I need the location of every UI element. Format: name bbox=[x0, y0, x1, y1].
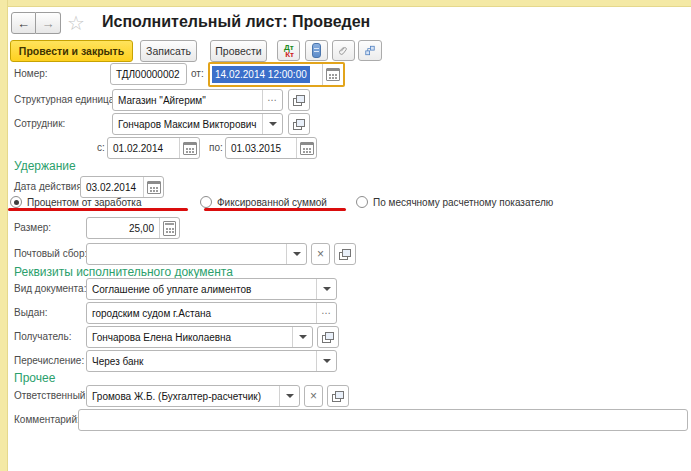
doc-kind-field[interactable]: Соглашение об уплате алиментов bbox=[86, 278, 337, 300]
executive-list-form: ← → ☆ Исполнительный лист: Проведен Пров… bbox=[0, 0, 691, 471]
postal-fee-dropdown-button[interactable] bbox=[286, 244, 306, 264]
recipient-label: Получатель: bbox=[14, 331, 71, 342]
open-icon bbox=[293, 95, 305, 106]
responsible-label: Ответственный: bbox=[14, 390, 88, 401]
action-date-value: 03.02.2014 bbox=[81, 177, 143, 197]
period-from-label: с: bbox=[97, 142, 105, 153]
calendar-icon bbox=[147, 181, 161, 194]
doc-kind-dropdown-button[interactable] bbox=[316, 279, 336, 299]
favorite-star-icon[interactable]: ☆ bbox=[67, 11, 85, 35]
radio-dot[interactable] bbox=[10, 196, 22, 208]
amount-field[interactable]: 25,00 bbox=[86, 217, 180, 239]
radio-dot[interactable] bbox=[200, 196, 212, 208]
radio-fixed-amount[interactable]: Фиксированной суммой bbox=[200, 196, 327, 208]
action-date-calendar-button[interactable] bbox=[143, 177, 163, 197]
chevron-down-icon bbox=[286, 394, 294, 398]
attachments-button[interactable] bbox=[332, 40, 355, 61]
open-icon bbox=[332, 391, 344, 402]
annotation-underline-2 bbox=[204, 208, 346, 211]
post-button[interactable]: Провести bbox=[210, 40, 267, 62]
document-date-field[interactable]: 14.02.2014 12:00:00 bbox=[208, 62, 345, 87]
comment-label: Комментарий: bbox=[14, 414, 80, 425]
forward-button[interactable]: → bbox=[36, 12, 61, 34]
date-label: от: bbox=[191, 68, 204, 79]
responsible-open-button[interactable] bbox=[327, 385, 349, 407]
radio-monthly-index[interactable]: По месячному расчетному показателю bbox=[356, 196, 553, 208]
back-arrow-icon: ← bbox=[17, 16, 30, 31]
employee-label: Сотрудник: bbox=[14, 118, 65, 129]
debit-credit-icon: ДтКт bbox=[284, 44, 293, 58]
document-date-value: 14.02.2014 12:00:00 bbox=[212, 66, 310, 83]
employee-dropdown-button[interactable] bbox=[262, 114, 282, 134]
history-nav: ← → bbox=[11, 12, 61, 34]
comment-value bbox=[79, 410, 687, 430]
window-top-border bbox=[0, 0, 691, 7]
issued-by-select-button[interactable]: … bbox=[316, 303, 336, 323]
calculator-icon bbox=[163, 221, 176, 236]
postal-fee-field[interactable] bbox=[86, 243, 307, 265]
issued-by-field[interactable]: городским судом г.Астана … bbox=[86, 302, 337, 324]
recipient-open-button[interactable] bbox=[317, 326, 339, 348]
period-from-field[interactable]: 01.02.2014 bbox=[107, 137, 200, 159]
action-date-field[interactable]: 03.02.2014 bbox=[80, 176, 164, 198]
calendar-icon bbox=[300, 142, 314, 155]
post-and-close-button[interactable]: Провести и закрыть bbox=[10, 40, 133, 62]
show-postings-button[interactable]: ДтКт bbox=[277, 40, 300, 61]
calendar-icon bbox=[326, 68, 340, 81]
number-label: Номер: bbox=[14, 68, 48, 79]
employee-open-button[interactable] bbox=[288, 113, 310, 135]
radio-percent-of-earnings[interactable]: Процентом от заработка bbox=[10, 196, 141, 208]
unit-select-button[interactable]: … bbox=[262, 90, 282, 110]
calendar-icon bbox=[183, 142, 197, 155]
postal-fee-label: Почтовый сбор: bbox=[14, 248, 87, 259]
window-left-border bbox=[0, 0, 8, 471]
action-date-label: Дата действия: bbox=[14, 181, 85, 192]
comment-field[interactable] bbox=[78, 409, 688, 431]
responsible-field[interactable]: Громова Ж.Б. (Бухгалтер-расчетчик) bbox=[86, 385, 300, 407]
radio-dot[interactable] bbox=[356, 196, 368, 208]
unit-value: Магазин "Айгерим" bbox=[113, 90, 262, 110]
unit-field[interactable]: Магазин "Айгерим" … bbox=[112, 89, 283, 111]
date-field-spacer bbox=[310, 64, 322, 85]
register-records-button[interactable] bbox=[305, 40, 328, 61]
transfer-dropdown-button[interactable] bbox=[316, 351, 336, 371]
responsible-clear-button[interactable]: × bbox=[304, 385, 323, 407]
unit-open-button[interactable] bbox=[288, 89, 310, 111]
number-value: ТДЛ00000002 bbox=[111, 64, 186, 84]
clear-icon: × bbox=[317, 247, 324, 261]
ellipsis-icon: … bbox=[321, 308, 332, 314]
transfer-label: Перечисление: bbox=[14, 355, 84, 366]
chevron-down-icon bbox=[269, 122, 277, 126]
register-icon bbox=[312, 43, 321, 58]
responsible-dropdown-button[interactable] bbox=[279, 386, 299, 406]
annotation-underline-1 bbox=[8, 208, 188, 211]
recipient-dropdown-button[interactable] bbox=[292, 327, 312, 347]
radio-label: По месячному расчетному показателю bbox=[373, 197, 553, 208]
employee-field[interactable]: Гончаров Максим Викторович bbox=[112, 113, 283, 135]
period-to-value: 01.03.2015 bbox=[226, 138, 296, 158]
ellipsis-icon: … bbox=[267, 95, 278, 101]
chevron-down-icon bbox=[323, 287, 331, 291]
postal-fee-clear-button[interactable]: × bbox=[311, 243, 330, 265]
open-icon bbox=[322, 332, 334, 343]
amount-calculator-button[interactable] bbox=[159, 218, 179, 238]
back-button[interactable]: ← bbox=[11, 12, 36, 34]
postal-fee-open-button[interactable] bbox=[334, 243, 356, 265]
number-field[interactable]: ТДЛ00000002 bbox=[110, 63, 187, 85]
transfer-value: Через банк bbox=[87, 351, 316, 371]
clear-icon: × bbox=[310, 389, 317, 403]
period-to-calendar-button[interactable] bbox=[296, 138, 316, 158]
period-from-calendar-button[interactable] bbox=[179, 138, 199, 158]
transfer-field[interactable]: Через банк bbox=[86, 350, 337, 372]
responsible-value: Громова Ж.Б. (Бухгалтер-расчетчик) bbox=[87, 386, 279, 406]
paperclip-icon bbox=[339, 44, 348, 57]
recipient-field[interactable]: Гончарова Елена Николаевна bbox=[86, 326, 313, 348]
employee-value: Гончаров Максим Викторович bbox=[113, 114, 262, 134]
period-to-field[interactable]: 01.03.2015 bbox=[225, 137, 317, 159]
write-button[interactable]: Записать bbox=[140, 40, 197, 62]
date-calendar-button[interactable] bbox=[322, 64, 343, 85]
page-title: Исполнительный лист: Проведен bbox=[102, 13, 370, 31]
section-requisites: Реквизиты исполнительного документа bbox=[14, 265, 233, 279]
related-documents-button[interactable] bbox=[358, 40, 382, 61]
chevron-down-icon bbox=[299, 335, 307, 339]
